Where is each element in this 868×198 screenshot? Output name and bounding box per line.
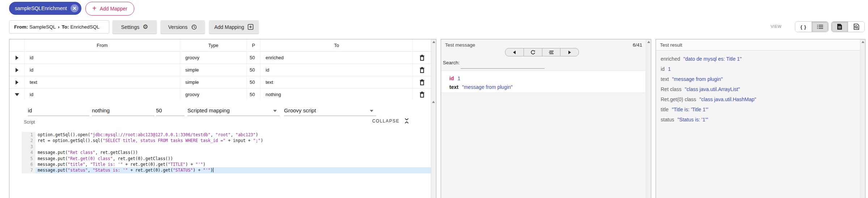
cell-from: id bbox=[25, 89, 180, 100]
code-line[interactable]: 1option.getSql().open("jdbc:mysql://root… bbox=[22, 132, 431, 138]
cell-p: 50 bbox=[247, 64, 261, 76]
code-line[interactable]: 7message.put("status", "Status is: '" + … bbox=[22, 167, 431, 173]
cell-type: groovy bbox=[180, 89, 247, 100]
mapping-panel: From Type P To id groovy 50 enriched id … bbox=[9, 39, 436, 198]
col-actions bbox=[413, 39, 431, 51]
refresh-icon bbox=[530, 50, 535, 55]
cell-to: enriched bbox=[261, 52, 413, 64]
list-view-button[interactable] bbox=[812, 22, 828, 32]
json-view-button[interactable]: { } bbox=[795, 22, 812, 32]
mapper-route-box: From: SampleSQL › To: EnrichedSQL bbox=[9, 20, 109, 34]
collapse-row-icon[interactable] bbox=[15, 93, 19, 96]
scroll-up-icon[interactable] bbox=[432, 101, 435, 103]
preview-view-button[interactable] bbox=[848, 22, 864, 32]
plus-icon: + bbox=[92, 5, 97, 12]
trash-icon[interactable] bbox=[419, 67, 425, 73]
format-message-button[interactable] bbox=[542, 48, 560, 56]
trash-icon[interactable] bbox=[419, 79, 425, 85]
table-row-expanded: id groovy 50 nothing bbox=[9, 89, 431, 101]
col-type: Type bbox=[180, 39, 247, 51]
field-value: "message from plugin" bbox=[462, 84, 513, 90]
arrow-right-icon bbox=[568, 51, 571, 54]
message-scrollbar[interactable] bbox=[646, 39, 651, 198]
cell-p: 50 bbox=[247, 52, 261, 64]
col-p: P bbox=[247, 39, 261, 51]
from-field[interactable]: id bbox=[28, 103, 89, 116]
result-row: Ret class"class java.util.ArrayList" bbox=[661, 84, 859, 94]
field-key: text bbox=[449, 84, 458, 90]
message-field: id 1 bbox=[449, 74, 645, 83]
trash-icon[interactable] bbox=[419, 91, 425, 98]
message-card[interactable]: id 1 text "message from plugin" bbox=[441, 70, 645, 93]
mapping-table: From Type P To id groovy 50 enriched id … bbox=[9, 39, 431, 101]
script-label: Script bbox=[24, 120, 35, 125]
arrow-left-icon bbox=[513, 51, 516, 54]
to-value: EnrichedSQL bbox=[71, 24, 99, 30]
script-language-select[interactable]: Groovy script bbox=[284, 103, 376, 116]
table-header-row: From Type P To bbox=[9, 39, 431, 52]
scroll-up-icon[interactable] bbox=[861, 41, 864, 43]
chevron-down-icon bbox=[273, 110, 277, 112]
code-line[interactable]: 6message.put("title", "Title is: '" + re… bbox=[22, 162, 431, 167]
cell-to: text bbox=[261, 76, 413, 88]
cell-type: simple bbox=[180, 64, 247, 76]
add-mapper-button[interactable]: + Add Mapper bbox=[85, 2, 134, 16]
result-row: text"message from plugin" bbox=[661, 74, 859, 84]
search-input[interactable] bbox=[461, 60, 545, 69]
view-label: VIEW bbox=[771, 24, 782, 29]
history-icon bbox=[191, 24, 197, 30]
expand-row-icon[interactable] bbox=[16, 80, 18, 85]
expand-row-icon[interactable] bbox=[16, 68, 18, 72]
mapping-scrollbar[interactable] bbox=[431, 39, 436, 198]
mapping-type-select[interactable]: Scripted mapping bbox=[187, 103, 280, 116]
col-to: To bbox=[261, 39, 413, 51]
code-line[interactable]: 4message.put("Ret class", ret.getClass()… bbox=[22, 150, 431, 155]
code-line[interactable]: 2ret = option.getSql().sql("SELECT title… bbox=[22, 138, 431, 143]
expand-row-icon[interactable] bbox=[16, 56, 18, 60]
mapper-chip[interactable]: sampleSQLEnrichment ✕ bbox=[9, 2, 81, 15]
settings-label: Settings bbox=[121, 24, 140, 30]
code-line[interactable]: 3 bbox=[22, 144, 431, 150]
from-value: SampleSQL bbox=[29, 24, 56, 30]
mapper-chip-label: sampleSQLEnrichment bbox=[15, 5, 67, 11]
text-cursor bbox=[213, 168, 214, 172]
code-line[interactable]: 5message.put("Ret.get(0) class", ret.get… bbox=[22, 156, 431, 162]
refresh-message-button[interactable] bbox=[524, 48, 542, 56]
test-message-title: Test message bbox=[445, 42, 475, 48]
table-row: id simple 50 id bbox=[9, 64, 431, 76]
chevron-down-icon bbox=[370, 110, 373, 112]
next-message-button[interactable] bbox=[560, 48, 579, 56]
result-row: title"Title is: 'Title 1'" bbox=[661, 104, 859, 115]
close-icon[interactable]: ✕ bbox=[71, 4, 79, 12]
field-key: id bbox=[449, 76, 454, 81]
to-label: To: bbox=[62, 24, 69, 30]
versions-button[interactable]: Versions bbox=[161, 20, 205, 34]
table-row: text simple 50 text bbox=[9, 76, 431, 89]
view-mode-group-2 bbox=[831, 21, 865, 32]
list-icon bbox=[817, 24, 823, 30]
cell-to: nothing bbox=[261, 89, 413, 100]
add-mapping-button[interactable]: Add Mapping bbox=[209, 20, 259, 34]
document-search-icon bbox=[854, 23, 859, 30]
scroll-up-icon[interactable] bbox=[432, 41, 435, 43]
plus-box-icon bbox=[247, 24, 254, 30]
table-row: id groovy 50 enriched bbox=[9, 52, 431, 64]
braces-icon: { } bbox=[800, 24, 806, 30]
field-value: 1 bbox=[457, 76, 460, 81]
chevron-right-icon: › bbox=[58, 24, 60, 30]
result-row: id1 bbox=[661, 64, 859, 74]
col-expand bbox=[9, 39, 25, 51]
collapse-script-button[interactable]: COLLAPSE bbox=[372, 118, 409, 124]
trash-icon[interactable] bbox=[419, 55, 425, 61]
prev-message-button[interactable] bbox=[505, 48, 524, 56]
result-scrollbar[interactable] bbox=[860, 39, 865, 198]
scroll-up-icon[interactable] bbox=[647, 41, 650, 43]
unfold-less-icon bbox=[405, 118, 409, 124]
settings-button[interactable]: Settings ⚙ bbox=[113, 20, 157, 34]
to-field[interactable]: nothing bbox=[92, 103, 154, 116]
script-editor[interactable]: 1option.getSql().open("jdbc:mysql://root… bbox=[22, 132, 431, 173]
priority-field[interactable]: 50 bbox=[156, 103, 185, 116]
cell-p: 50 bbox=[247, 89, 261, 100]
document-view-button[interactable] bbox=[831, 22, 848, 32]
result-row: status"Status is: '1'" bbox=[661, 115, 859, 125]
